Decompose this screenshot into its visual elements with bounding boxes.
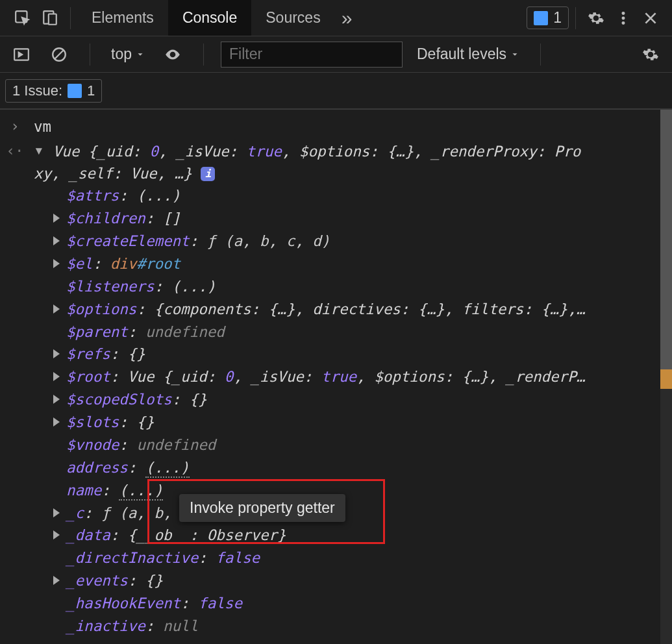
info-badge-icon[interactable]: i xyxy=(201,167,215,181)
output-indicator-icon: ‹· xyxy=(3,141,27,159)
prop-children[interactable]: $children: [] xyxy=(53,207,659,230)
prop-c[interactable]: _c: ƒ (a, b, c, d) xyxy=(53,502,659,525)
svg-point-5 xyxy=(622,21,625,25)
prop-root[interactable]: $root: Vue {_uid: 0, _isVue: true, $opti… xyxy=(53,365,659,388)
prop-direct-inactive[interactable]: _directInactive: false xyxy=(53,547,659,569)
console-sidebar-toggle-icon[interactable] xyxy=(8,41,35,68)
live-expression-eye-icon[interactable] xyxy=(159,41,186,68)
right-divider xyxy=(575,7,576,29)
issues-label: 1 Issue: xyxy=(12,82,62,99)
prop-inactive[interactable]: _inactive: null xyxy=(53,615,659,638)
svg-rect-2 xyxy=(49,14,56,24)
inspect-icon[interactable] xyxy=(9,5,36,32)
tab-divider xyxy=(70,7,71,29)
prop-options[interactable]: $options: {components: {…}, directives: … xyxy=(53,298,659,321)
context-dropdown[interactable]: top xyxy=(107,45,149,63)
object-summary[interactable]: Vue {_uid: 0, _isVue: true, $options: {…… xyxy=(34,143,580,182)
issues-count: 1 xyxy=(87,82,95,99)
tabs-overflow-button[interactable]: » xyxy=(335,8,359,28)
chevron-down-icon xyxy=(136,50,145,59)
issues-chip[interactable]: 1 xyxy=(527,6,569,29)
scrollbar-track[interactable] xyxy=(660,110,672,644)
tab-console[interactable]: Console xyxy=(168,0,251,36)
prop-scoped-slots[interactable]: $scopedSlots: {} xyxy=(53,388,659,411)
prop-parent[interactable]: $parent: undefined xyxy=(53,321,659,343)
levels-dropdown[interactable]: Default levels xyxy=(413,45,523,63)
getter-tooltip: Invoke property getter xyxy=(179,494,345,522)
console-settings-gear-icon[interactable] xyxy=(637,41,664,68)
prop-events[interactable]: _events: {} xyxy=(53,569,659,592)
tab-sources[interactable]: Sources xyxy=(251,0,334,36)
filter-input[interactable] xyxy=(221,42,403,68)
scrollbar-thumb[interactable] xyxy=(660,110,672,369)
scrollbar-marker xyxy=(660,369,672,389)
prop-slots[interactable]: $slots: {} xyxy=(53,411,659,434)
toolbar-divider-3 xyxy=(540,43,541,66)
svg-point-4 xyxy=(622,16,625,19)
tab-elements[interactable]: Elements xyxy=(77,0,168,36)
issues-chip-count: 1 xyxy=(553,9,562,27)
toolbar-divider-1 xyxy=(90,43,90,66)
prop-data[interactable]: _data: {__ob__: Observer} xyxy=(53,524,659,547)
prop-vnode[interactable]: $vnode: undefined xyxy=(53,434,659,456)
chevron-down-icon xyxy=(510,50,519,59)
issues-counter[interactable]: 1 Issue: 1 xyxy=(5,79,102,103)
prop-address[interactable]: address: (...) xyxy=(53,456,659,479)
expand-object-toggle[interactable]: ▾ xyxy=(34,142,43,158)
prop-name[interactable]: name: (...) xyxy=(53,479,659,502)
context-label: top xyxy=(111,45,132,63)
input-prompt-icon: › xyxy=(3,116,27,134)
more-options-icon[interactable] xyxy=(610,5,637,32)
svg-marker-7 xyxy=(19,52,22,56)
svg-point-3 xyxy=(622,11,625,14)
close-devtools-icon[interactable] xyxy=(637,5,664,32)
prop-has-hook-event[interactable]: _hasHookEvent: false xyxy=(53,592,659,615)
prop-refs[interactable]: $refs: {} xyxy=(53,343,659,365)
prop-create-element[interactable]: $createElement: ƒ (a, b, c, d) xyxy=(53,230,659,253)
settings-gear-icon[interactable] xyxy=(582,5,610,32)
message-icon xyxy=(534,11,548,25)
levels-label: Default levels xyxy=(417,45,506,63)
console-input-line[interactable]: vm xyxy=(34,116,672,138)
prop-attrs[interactable]: $attrs: (...) xyxy=(53,184,659,207)
message-icon xyxy=(68,84,82,98)
prop-el[interactable]: $el: div#root xyxy=(53,253,659,275)
toolbar-divider-2 xyxy=(203,43,204,66)
prop-listeners[interactable]: $listeners: (...) xyxy=(53,275,659,298)
device-toggle-icon[interactable] xyxy=(36,5,64,32)
clear-console-icon[interactable] xyxy=(45,41,73,68)
